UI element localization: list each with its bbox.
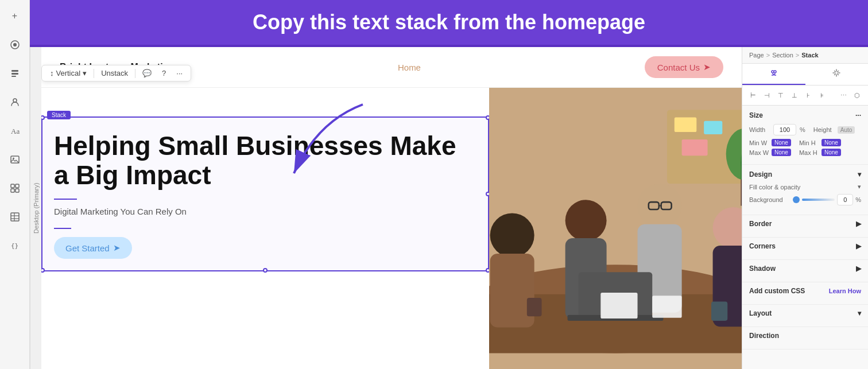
text-style-icon[interactable]: Aa [6,122,24,140]
svg-point-21 [490,213,534,257]
direction-label: Direction [749,332,779,340]
image-icon[interactable] [6,150,24,169]
svg-rect-35 [675,117,697,132]
more-align-icon[interactable]: ⋯ [837,89,850,102]
border-section: Border ▶ [742,215,868,238]
help-icon[interactable]: ? [158,68,169,79]
svg-rect-3 [11,73,18,75]
hero-cta-label: Get Started [65,243,110,253]
learn-how-link[interactable]: Learn How [829,288,861,294]
design-section: Design ▾ Fill color & opacity ▾ Backgrou… [742,165,868,215]
unstack-button[interactable]: Unstack [98,68,131,79]
design-label: Design [749,170,772,178]
size-section: Size ··· Width % Height Auto Min W None [742,106,868,165]
breadcrumb-page[interactable]: Page [749,52,764,59]
layers-icon[interactable] [6,36,24,54]
fill-chevron[interactable]: ▾ [858,183,861,191]
stack-element[interactable]: Stack Helping Small Businesses Make a Bi… [41,116,489,271]
svg-rect-2 [11,70,18,72]
svg-point-8 [13,158,14,160]
layout-expand[interactable]: ▾ [858,309,861,317]
svg-rect-13 [11,213,19,221]
height-label: Height [813,126,834,133]
comment-icon[interactable]: 💬 [139,68,155,79]
subtext-underline [54,228,71,229]
table-icon[interactable] [6,208,24,226]
more-options-icon[interactable]: ··· [173,68,186,79]
corners-expand[interactable]: ▶ [856,242,861,250]
svg-rect-42 [711,302,727,321]
svg-text:{}: {} [11,242,18,250]
design-chevron[interactable]: ▾ [858,170,861,178]
min-h-label: Min H [799,139,820,146]
apps-icon[interactable] [6,179,24,197]
pages-icon[interactable] [6,64,24,83]
hero-image-section [489,88,742,369]
nav-home-link[interactable]: Home [398,63,421,72]
plus-icon[interactable]: + [6,7,24,25]
align-right-edge[interactable]: ⊧ [816,89,828,102]
users-icon[interactable] [6,93,24,111]
direction-selector[interactable]: ↕ Vertical ▾ [46,68,90,79]
hero-heading[interactable]: Helping Small Businesses Make a Big Impa… [54,131,476,189]
max-h-value[interactable]: None [822,149,841,156]
max-w-item: Max W None [749,149,791,156]
svg-point-23 [565,200,607,241]
min-w-label: Min W [749,139,770,146]
size-section-header: Size ··· [749,111,861,119]
svg-rect-12 [16,189,19,192]
align-left-edge[interactable]: ⊢ [747,89,760,102]
align-bottom[interactable]: ⊦ [802,89,815,102]
heading-underline [54,199,77,200]
breadcrumb-section[interactable]: Section [772,52,793,59]
shadow-header: Shadow ▶ [749,265,861,273]
svg-rect-44 [652,296,681,318]
bg-label: Background [749,196,789,203]
nav-contact-label: Contact Us [657,63,700,72]
width-unit: % [800,126,805,133]
layout-section: Layout ▾ [742,305,868,327]
bg-opacity-input[interactable] [837,194,853,205]
svg-rect-22 [490,254,534,327]
max-w-value[interactable]: None [772,149,791,156]
website-preview: Bright Lanterns Marketing Home Contact U… [41,47,742,369]
align-top[interactable]: ⊤ [774,89,787,102]
align-center-v[interactable]: ⊥ [788,89,801,102]
hero-section: ↕ Vertical ▾ Unstack 💬 ? ··· [41,88,742,369]
align-center-h[interactable]: ⊣ [761,89,773,102]
tab-link[interactable] [742,64,805,85]
size-more-icon[interactable]: ··· [855,111,861,119]
border-expand[interactable]: ▶ [856,220,861,228]
chevron-down-icon: ▾ [83,69,87,77]
stack-label-badge: Stack [47,111,71,119]
min-h-value[interactable]: None [822,139,841,146]
hero-subtext[interactable]: Digital Marketing You Can Rely On [54,207,476,216]
desktop-label: Desktop (Primary) [30,47,41,369]
vertical-icon: ↕ [50,69,54,77]
handle-tl [41,115,45,120]
stack-toolbar: ↕ Vertical ▾ Unstack 💬 ? ··· [41,65,191,81]
nav-contact-button[interactable]: Contact Us ➤ [645,56,723,78]
code-icon[interactable]: {} [6,236,24,255]
height-value: Auto [838,126,855,134]
svg-rect-43 [600,293,637,318]
annotation-text: Copy this text stack from the homepage [253,10,645,34]
minmax-row-1: Min W None Min H None [749,139,861,146]
shadow-expand[interactable]: ▶ [856,265,861,273]
svg-point-5 [13,99,17,102]
breadcrumb-sep-1: > [766,52,770,59]
bg-slider[interactable] [802,199,835,201]
bg-color-dot[interactable] [793,196,800,203]
custom-css-header: Add custom CSS Learn How [749,287,861,295]
layout-header: Layout ▾ [749,309,861,317]
width-input[interactable] [773,124,796,135]
contract-icon[interactable]: ⬡ [851,89,863,102]
min-w-value[interactable]: None [772,139,791,146]
tab-interactions[interactable] [805,64,869,85]
canvas-main: Desktop (Primary) Bright Lanterns Market… [30,47,868,369]
align-toolbar: ⊢ ⊣ ⊤ ⊥ ⊦ ⊧ ⋯ ⬡ [742,86,868,106]
svg-rect-4 [11,76,16,77]
border-label: Border [749,220,772,228]
custom-css-section: Add custom CSS Learn How [742,282,868,305]
hero-cta-button[interactable]: Get Started ➤ [54,237,132,259]
